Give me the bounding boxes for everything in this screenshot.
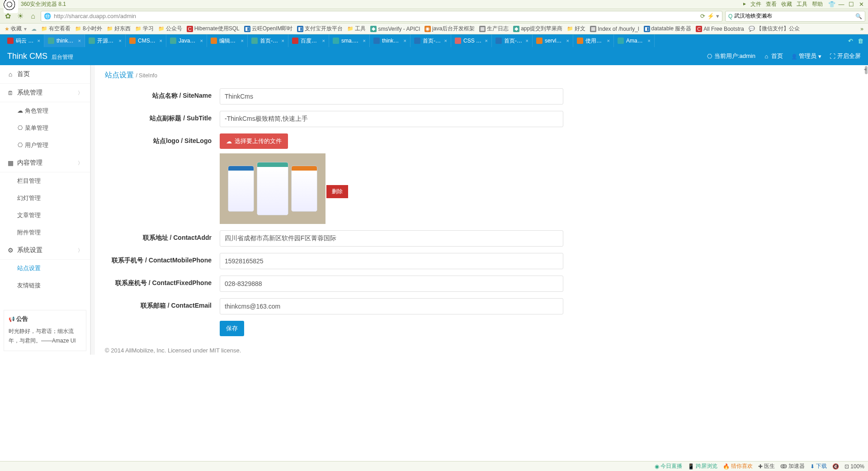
sidebar-subitem[interactable]: 友情链接	[0, 277, 90, 294]
nav-clover-icon[interactable]: ✿	[3, 11, 13, 21]
bookmark-item[interactable]: CAll Free Bootstra	[694, 24, 745, 33]
bookmark-item[interactable]: 📁有空看看	[39, 24, 72, 33]
browser-tab[interactable]: 码云 - 开×	[4, 34, 44, 47]
status-guess[interactable]: 🔥 猜你喜欢	[723, 462, 753, 470]
sidebar-item[interactable]: 系统设置〉	[0, 241, 90, 260]
dropdown-icon[interactable]: ▾	[716, 13, 719, 19]
browser-tab[interactable]: thinkcms×	[370, 34, 410, 47]
browser-tab[interactable]: thinkcms×	[44, 34, 85, 47]
browser-tab[interactable]: CMS内容×	[126, 34, 166, 47]
tab-close-icon[interactable]: ×	[648, 38, 651, 43]
main-scrollbar[interactable]	[864, 65, 868, 355]
bookmark-item[interactable]: ▦Index of /hourly_l	[588, 24, 641, 33]
search-engine-icon[interactable]: Q	[728, 13, 732, 19]
header-fullscreen[interactable]: 开启全屏	[830, 52, 861, 60]
sidebar-subitem[interactable]: 菜单管理	[0, 119, 90, 137]
browser-tab[interactable]: Amaze U×	[614, 34, 655, 47]
tab-close-icon[interactable]: ×	[160, 38, 162, 43]
bookmark-item[interactable]: 📁好文	[565, 24, 587, 33]
browser-tab[interactable]: 首页-Thi×	[248, 34, 288, 47]
header-admin[interactable]: 管理员 ▾	[791, 52, 821, 60]
tab-close-icon[interactable]: ×	[607, 38, 610, 43]
sidebar-item[interactable]: 内容管理〉	[0, 154, 90, 172]
bookmark-item[interactable]: ◧支付宝开放平台	[295, 24, 344, 33]
bookmark-item[interactable]: 💬【微信支付】公众	[747, 24, 802, 33]
browser-tab[interactable]: 首页-Thi×	[410, 34, 451, 47]
bookmark-item[interactable]: 📁8小时外	[73, 24, 104, 33]
bookmark-item[interactable]: ▦生产日志	[477, 24, 510, 33]
bookmark-item[interactable]: ◧datatable 服务器	[642, 24, 693, 33]
search-input[interactable]	[734, 13, 855, 19]
header-user[interactable]: 当前用户:admin	[707, 52, 755, 60]
tab-close-icon[interactable]: ×	[282, 38, 284, 43]
sidebar-subitem[interactable]: 附件管理	[0, 224, 90, 241]
upload-button[interactable]: ☁选择要上传的文件	[220, 133, 288, 149]
status-download[interactable]: ⬇ 下载	[810, 462, 827, 470]
sidebar-item[interactable]: 首页	[0, 65, 90, 84]
tab-close-icon[interactable]: ×	[404, 38, 406, 43]
input-sitename[interactable]	[220, 88, 563, 105]
tab-close-icon[interactable]: ×	[444, 38, 447, 43]
browser-tab[interactable]: 开源中国×	[85, 34, 126, 47]
win-skin-icon[interactable]: 👕	[828, 1, 835, 8]
bookmarks-star[interactable]: ★收藏▾	[3, 24, 28, 33]
url-bar[interactable]: 🌐 http://sharcar.duapp.com/admin ⟳ ⚡ ▾	[41, 11, 722, 22]
tab-close-icon[interactable]: ×	[241, 38, 244, 43]
sidebar-subitem[interactable]: 文章管理	[0, 207, 90, 224]
bookmark-item[interactable]: 📁工具	[345, 24, 368, 33]
status-doctor[interactable]: ✚ 医生	[758, 462, 775, 470]
sidebar-scrollbar[interactable]	[90, 65, 95, 355]
sidebar-subitem[interactable]: 栏目管理	[0, 172, 90, 190]
bookmark-item[interactable]: 📁好东西	[105, 24, 132, 33]
menu-view[interactable]: 查看	[766, 0, 777, 8]
tab-close-icon[interactable]: ×	[566, 38, 569, 43]
save-button[interactable]: 保存	[220, 321, 244, 336]
compat-icon[interactable]: ⚡	[707, 13, 714, 19]
tab-trash-icon[interactable]: 🗑	[858, 38, 863, 44]
browser-tab[interactable]: CSS · Icc×	[451, 34, 492, 47]
bookmark-item[interactable]: ◧云旺OpenIM即时	[242, 24, 295, 33]
menu-help[interactable]: 帮助	[812, 0, 823, 8]
browser-tab[interactable]: 首页-Thi×	[492, 34, 533, 47]
bookmark-item[interactable]: ◆app提交到苹果商	[511, 24, 564, 33]
sidebar-subitem[interactable]: 用户管理	[0, 137, 90, 154]
win-maximize-icon[interactable]: ☐	[848, 1, 854, 8]
browser-tab[interactable]: servletre×	[533, 34, 573, 47]
tab-close-icon[interactable]: ×	[526, 38, 528, 43]
input-subtitle[interactable]	[220, 111, 563, 127]
status-crossscreen[interactable]: 📱 跨屏浏览	[688, 462, 717, 470]
browser-tab[interactable]: sma.dua×	[329, 34, 370, 47]
sidebar-subitem[interactable]: 幻灯管理	[0, 190, 90, 207]
win-minimize-icon[interactable]: —	[838, 1, 844, 8]
browser-tab[interactable]: 使用Serv×	[573, 34, 614, 47]
tab-close-icon[interactable]: ×	[200, 38, 203, 43]
status-accel[interactable]: ↂ 加速器	[780, 462, 805, 470]
input-contact-fixed[interactable]	[220, 276, 563, 292]
bookmarks-cloud[interactable]: ☁	[29, 25, 38, 33]
input-contact-addr[interactable]	[220, 230, 563, 247]
search-bar[interactable]: Q 🔍	[725, 11, 865, 22]
bookmark-item[interactable]: 📁公众号	[156, 24, 184, 33]
nav-home-icon[interactable]: ⌂	[28, 11, 38, 21]
nav-sun-icon[interactable]: ☀	[15, 11, 25, 21]
sidebar-subitem[interactable]: 站点设置	[0, 260, 90, 277]
refresh-icon[interactable]: ⟳	[700, 13, 705, 19]
input-contact-mobile[interactable]	[220, 253, 563, 269]
browser-tab[interactable]: 百度开放×	[288, 34, 329, 47]
bookmark-item[interactable]: CHibernate使用SQL	[185, 24, 241, 33]
sidebar-subitem[interactable]: 角色管理	[0, 102, 90, 119]
browser-tab[interactable]: 编辑作品×	[207, 34, 248, 47]
search-button-icon[interactable]: 🔍	[855, 13, 862, 19]
input-contact-email[interactable]	[220, 298, 563, 314]
bookmark-item[interactable]: ◉java后台开发框架	[423, 24, 476, 33]
menu-tools[interactable]: 工具	[797, 0, 807, 8]
status-zoom[interactable]: ⊡ 100%	[844, 463, 864, 470]
tab-close-icon[interactable]: ×	[78, 38, 81, 43]
header-home[interactable]: 首页	[764, 52, 783, 60]
tab-close-icon[interactable]: ×	[363, 38, 366, 43]
bookmarks-more[interactable]: »	[859, 25, 865, 33]
bookmark-item[interactable]: 📁学习	[133, 24, 156, 33]
status-live[interactable]: ◉ 今日直播	[655, 462, 682, 470]
tab-undo-icon[interactable]: ↶	[848, 38, 853, 44]
menu-fav[interactable]: 收藏	[781, 0, 792, 8]
